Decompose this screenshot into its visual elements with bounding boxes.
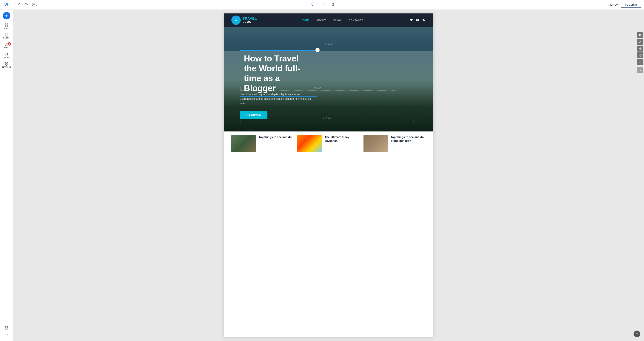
- hero-subtitle: Nam luctus tellus quam, et dapibus ligul…: [240, 92, 317, 105]
- logo-text: TRAVEL BLOG: [242, 17, 257, 23]
- sidebar-blog-label: BLOG: [4, 47, 9, 48]
- top-toolbar: W. ▾: [0, 0, 644, 10]
- toolbar-device-switcher: [41, 1, 604, 8]
- logo-travel: TRAVEL: [242, 17, 257, 20]
- logo-icon: [231, 15, 241, 25]
- contacts-dropdown-icon: ▾: [364, 19, 366, 22]
- svg-rect-17: [5, 328, 6, 330]
- article-title-1: Top things to see and do: [259, 135, 294, 139]
- svg-line-13: [7, 55, 8, 56]
- article-thumb-2: [297, 135, 322, 152]
- nav-home[interactable]: HOME: [301, 19, 309, 22]
- tablet-view-button[interactable]: [320, 1, 327, 8]
- space-label-mid: SPACE: [314, 87, 322, 89]
- svg-rect-18: [7, 328, 8, 330]
- youtube-icon[interactable]: [416, 18, 419, 22]
- svg-rect-28: [640, 55, 642, 56]
- site-nav-menu: HOME ABOUT BLOG CONTACTS ▾: [257, 19, 410, 22]
- svg-rect-16: [7, 327, 8, 328]
- svg-rect-11: [7, 25, 8, 26]
- element-grid-button[interactable]: [637, 32, 643, 38]
- element-resize-button[interactable]: [637, 39, 643, 45]
- redo-button[interactable]: [23, 2, 29, 8]
- toolbar-history-actions: ▾: [13, 2, 41, 8]
- toolbar-publish-area: PREVIEW PUBLISH: [604, 2, 644, 8]
- site-navigation: TRAVEL BLOG HOME ABOUT BLOG CONTACTS ▾: [224, 13, 433, 27]
- sidebar-item-lock[interactable]: [4, 332, 9, 339]
- svg-rect-10: [5, 25, 6, 26]
- mobile-view-button[interactable]: [330, 1, 336, 8]
- space-divider-mid: SPACE: [240, 86, 395, 91]
- sidebar-pages-label: PAGES: [3, 37, 10, 39]
- element-close-button[interactable]: [637, 67, 643, 73]
- desktop-view-button[interactable]: [309, 1, 316, 8]
- sidebar-item-pages[interactable]: PAGES: [0, 31, 13, 40]
- add-element-button[interactable]: +: [3, 12, 10, 19]
- main-canvas: TRAVEL BLOG HOME ABOUT BLOG CONTACTS ▾: [13, 10, 644, 341]
- sidebar-build-label: BUILD: [4, 27, 9, 29]
- vimeo-icon[interactable]: [422, 18, 426, 22]
- svg-rect-19: [5, 335, 8, 337]
- svg-rect-15: [5, 327, 6, 328]
- element-move-button[interactable]: [637, 45, 643, 51]
- undo-button[interactable]: [16, 2, 22, 8]
- svg-rect-6: [332, 3, 334, 5]
- svg-rect-1: [311, 3, 314, 5]
- site-social-links: [410, 18, 426, 22]
- nav-contacts[interactable]: CONTACTS ▾: [349, 19, 366, 22]
- article-thumb-1: [231, 135, 256, 152]
- element-download-button[interactable]: [637, 59, 643, 65]
- svg-rect-21: [640, 34, 641, 35]
- publish-button[interactable]: PUBLISH: [621, 2, 641, 8]
- article-title-2: The ultimate 3-day savannah: [324, 135, 360, 142]
- hero-section: SPACE ✕ How to Travel the World full-tim…: [224, 27, 433, 131]
- space-label-bottom: SPACE: [323, 117, 331, 119]
- space-label-top: SPACE: [322, 42, 335, 46]
- website-preview: TRAVEL BLOG HOME ABOUT BLOG CONTACTS ▾: [224, 13, 433, 337]
- left-sidebar: + BUILD PAGES BLOG 1 THEME SETTINGS: [0, 10, 13, 341]
- history-button[interactable]: ▾: [30, 2, 38, 8]
- sidebar-item-grid[interactable]: [4, 325, 9, 331]
- article-info-2: The ultimate 3-day savannah: [324, 135, 360, 152]
- logo-blog: BLOG: [242, 20, 257, 23]
- app-logo: W.: [0, 2, 13, 7]
- nav-about[interactable]: ABOUT: [316, 19, 326, 22]
- sidebar-item-build[interactable]: BUILD: [0, 22, 13, 31]
- svg-line-25: [639, 42, 640, 43]
- svg-rect-23: [640, 35, 641, 36]
- svg-rect-9: [7, 24, 8, 25]
- preview-button[interactable]: PREVIEW: [606, 3, 618, 6]
- sidebar-theme-label: THEME: [3, 56, 10, 58]
- article-info-3: Top things to see and do grand gunction: [391, 135, 426, 152]
- svg-rect-20: [639, 34, 640, 35]
- sidebar-settings-label: SETTINGS: [2, 66, 11, 68]
- article-thumb-3: [364, 135, 388, 152]
- article-card-1: Top things to see and do: [231, 135, 294, 152]
- article-info-1: Top things to see and do: [259, 135, 294, 152]
- right-element-toolbar: [636, 10, 644, 73]
- sidebar-item-theme[interactable]: THEME: [0, 51, 13, 60]
- help-button[interactable]: ?: [634, 331, 640, 337]
- nav-contacts-label: CONTACTS: [349, 19, 364, 22]
- text-box-close-button[interactable]: ✕: [316, 48, 320, 52]
- article-title-3: Top things to see and do grand gunction: [391, 135, 426, 142]
- sidebar-item-settings[interactable]: SETTINGS: [0, 60, 13, 69]
- article-card-3: Top things to see and do grand gunction: [364, 135, 426, 152]
- article-card-2: The ultimate 3-day savannah: [297, 135, 360, 152]
- site-logo: TRAVEL BLOG: [231, 15, 257, 25]
- nav-blog[interactable]: BLOG: [334, 19, 341, 22]
- element-copy-button[interactable]: [637, 52, 643, 58]
- svg-point-14: [6, 63, 7, 64]
- svg-point-12: [5, 53, 8, 55]
- sidebar-item-blog[interactable]: BLOG 1: [0, 41, 13, 50]
- articles-section: Top things to see and do The ultimate 3-…: [224, 131, 433, 156]
- blog-badge: 1: [8, 42, 11, 45]
- svg-rect-8: [5, 24, 6, 25]
- space-block-bottom: SPACE: [240, 113, 414, 123]
- twitter-icon[interactable]: [410, 18, 413, 22]
- svg-line-24: [640, 41, 641, 42]
- sidebar-bottom-items: [4, 325, 9, 339]
- svg-rect-22: [639, 35, 640, 36]
